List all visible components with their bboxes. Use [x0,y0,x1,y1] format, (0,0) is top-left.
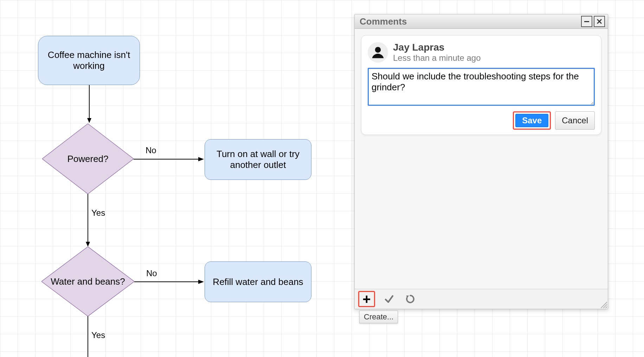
node-start-label: Coffee machine isn't working [38,50,140,71]
plus-icon: + [362,292,371,306]
edge-powered-yes [86,194,90,247]
comment-card: Jay Lapras Less than a minute ago Save C… [361,35,601,135]
node-outlet[interactable]: Turn on at wall or try another outlet [205,139,311,180]
edge-label-powered-yes: Yes [91,208,105,218]
close-button[interactable] [594,16,605,27]
minimize-icon [584,18,590,25]
resize-grip-icon[interactable] [599,300,607,308]
edge-label-waterbeans-yes: Yes [91,330,105,340]
node-start[interactable]: Coffee machine isn't working [38,36,140,85]
node-powered[interactable]: Powered? [42,124,134,194]
person-icon [370,45,386,60]
node-waterbeans[interactable]: Water and beans? [41,247,134,316]
resolve-button[interactable] [382,292,396,306]
comments-body: Jay Lapras Less than a minute ago Save C… [355,29,608,289]
comment-textarea[interactable] [368,68,595,106]
svg-marker-9 [198,280,204,284]
edge-start-to-powered [87,85,91,124]
edge-waterbeans-no [134,279,204,284]
comments-panel-title: Comments [360,16,407,27]
svg-marker-4 [198,157,204,161]
node-refill-label: Refill water and beans [213,277,303,287]
edge-label-waterbeans-no: No [146,268,157,278]
check-icon [384,294,394,304]
add-comment-button[interactable]: + [360,292,374,306]
comments-panel[interactable]: Comments Jay Lapras Le [354,14,608,309]
svg-line-18 [606,307,607,308]
node-powered-label: Powered? [67,154,108,164]
node-refill[interactable]: Refill water and beans [205,261,311,302]
svg-marker-6 [86,242,90,247]
refresh-icon [405,294,416,304]
cancel-button[interactable]: Cancel [555,111,595,130]
highlight-save: Save [513,111,551,130]
comment-author: Jay Lapras [393,42,481,53]
avatar [368,42,388,63]
svg-point-14 [375,47,381,53]
close-icon [596,18,603,25]
create-tooltip: Create... [359,311,398,323]
edge-powered-no [134,157,204,162]
svg-rect-11 [584,21,589,22]
edge-waterbeans-yes [86,316,90,357]
node-outlet-label: Turn on at wall or try another outlet [205,149,311,170]
edge-label-powered-no: No [146,145,156,155]
refresh-button[interactable] [403,292,417,306]
comments-footer: + [355,289,608,309]
comment-timestamp: Less than a minute ago [393,53,481,63]
highlight-add: + [358,291,375,307]
save-button[interactable]: Save [515,114,548,127]
comments-panel-header[interactable]: Comments [355,14,608,29]
svg-marker-1 [87,118,91,123]
node-waterbeans-label: Water and beans? [51,276,125,287]
minimize-button[interactable] [581,16,592,27]
